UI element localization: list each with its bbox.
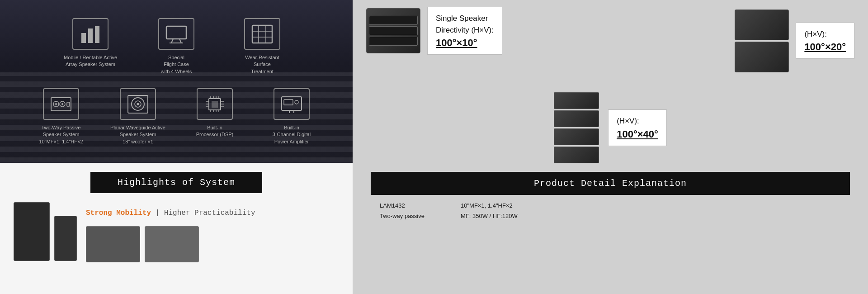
speaker-grille-2 xyxy=(369,26,418,35)
two-way-icon-box xyxy=(43,88,79,120)
two-speaker-card: (H×V): 100°×20° xyxy=(796,23,854,59)
svg-point-14 xyxy=(55,103,57,105)
strong-mobility-label: Strong Mobility xyxy=(86,209,151,217)
builtin-dsp-label: Built-inProcessor (DSP) xyxy=(196,124,234,138)
svg-rect-7 xyxy=(252,25,272,43)
single-speaker-img xyxy=(366,8,420,53)
planar-waveguide-icon-box xyxy=(120,88,156,120)
sp2 xyxy=(554,110,599,127)
two-speaker-value: 100°×20° xyxy=(804,41,846,53)
product-thumb-1 xyxy=(86,226,140,262)
sp3 xyxy=(554,128,599,145)
product-detail-title: Product Detail Explanation xyxy=(534,178,687,189)
chip-icon xyxy=(203,94,226,114)
left-panel: Moblie / Rentable Active Array Speaker S… xyxy=(0,0,353,294)
icon-mobile-array: Moblie / Rentable Active Array Speaker S… xyxy=(61,18,120,75)
wear-resistant-icon-box xyxy=(244,18,280,50)
two-speaker-title: (H×V): xyxy=(804,28,846,40)
highlights-title: Highlights of System xyxy=(118,177,235,188)
icons-row-1: Moblie / Rentable Active Array Speaker S… xyxy=(0,18,353,75)
spec-power: MF: 350W / HF:120W xyxy=(461,213,518,219)
svg-rect-12 xyxy=(51,98,71,111)
highlights-banner: Highlights of System xyxy=(90,172,262,193)
svg-point-21 xyxy=(137,103,139,105)
single-speaker-title: Single SpeakerDirectivity (H×V): xyxy=(436,13,494,36)
speaker-grille xyxy=(369,16,418,25)
svg-point-40 xyxy=(295,100,298,104)
svg-line-5 xyxy=(179,39,181,43)
svg-rect-39 xyxy=(284,100,293,105)
spec-model-block: LAM1432 Two-way passive xyxy=(380,200,425,222)
speaker-bottom xyxy=(735,42,789,72)
four-speaker-value: 100°×40° xyxy=(617,128,658,140)
single-speaker-value: 100°×10° xyxy=(436,37,494,49)
sp4 xyxy=(554,147,599,163)
sp1 xyxy=(554,92,599,109)
spec-drivers: 10"MF×1, 1.4"HF×2 xyxy=(461,202,513,209)
icon-builtin-amp: Built-in3-Channel DigitalPower Amplifier xyxy=(262,88,321,145)
svg-rect-17 xyxy=(67,102,70,106)
single-speaker-group: Single SpeakerDirectivity (H×V): 100°×10… xyxy=(366,7,502,55)
mid-directivity-section: (H×V): 100°×40° xyxy=(353,88,868,167)
icon-two-way: Two-Way PassiveSpeaker System10"MF×1, 1.… xyxy=(32,88,90,145)
flight-case-label: SpecialFlight Casewith 4 Wheels xyxy=(161,54,192,75)
builtin-dsp-icon-box xyxy=(197,88,233,120)
two-speaker-group: (H×V): 100°×20° xyxy=(735,7,854,75)
higher-practicability-label: | Higher Practicability xyxy=(156,209,255,217)
product-thumb-2 xyxy=(145,226,199,262)
speaker-top xyxy=(735,9,789,40)
spec-model: LAM1432 xyxy=(380,202,405,209)
strong-mobility-area: Strong Mobility | Higher Practicability xyxy=(86,202,255,262)
builtin-amp-label: Built-in3-Channel DigitalPower Amplifier xyxy=(273,124,311,145)
four-speaker-title: (H×V): xyxy=(617,115,658,127)
icon-planar-waveguide: Planar Waveguide ActiveSpeaker System18"… xyxy=(108,88,167,145)
svg-rect-1 xyxy=(88,28,93,43)
speaker-images xyxy=(14,202,77,261)
svg-rect-0 xyxy=(81,33,86,43)
speaker-icon xyxy=(50,94,72,114)
single-speaker-card: Single SpeakerDirectivity (H×V): 100°×10… xyxy=(427,7,502,55)
spec-row: LAM1432 Two-way passive 10"MF×1, 1.4"HF×… xyxy=(353,195,868,227)
two-way-label: Two-Way PassiveSpeaker System10"MF×1, 1.… xyxy=(39,124,83,145)
speaker-grille-3 xyxy=(369,37,418,46)
icon-builtin-dsp: Built-inProcessor (DSP) xyxy=(185,88,244,145)
bar-chart-icon xyxy=(79,24,102,44)
svg-rect-37 xyxy=(212,101,218,108)
svg-rect-3 xyxy=(166,26,186,39)
grid-icon xyxy=(251,24,274,44)
speaker-img-2 xyxy=(54,216,77,261)
product-detail-banner: Product Detail Explanation xyxy=(371,172,850,195)
icons-row-2: Two-Way PassiveSpeaker System10"MF×1, 1.… xyxy=(0,88,353,145)
four-speaker-card: (H×V): 100°×40° xyxy=(608,109,667,146)
svg-point-16 xyxy=(61,103,63,105)
top-directivity-section: Single SpeakerDirectivity (H×V): 100°×10… xyxy=(353,0,868,88)
icon-flight-case: SpecialFlight Casewith 4 Wheels xyxy=(147,18,206,75)
bottom-left-section: Highlights of System Strong Mobility | H… xyxy=(0,163,353,294)
spec-power-block: 10"MF×1, 1.4"HF×2 MF: 350W / HF:120W xyxy=(461,200,518,222)
circle-icon xyxy=(127,94,149,114)
svg-line-4 xyxy=(171,39,173,43)
product-thumb-row xyxy=(86,226,255,262)
monitor-icon xyxy=(165,24,188,44)
icon-wear-resistant: Wear-ResistantSurfaceTreatment xyxy=(233,18,292,75)
highlights-content: Strong Mobility | Higher Practicability xyxy=(0,193,353,271)
speaker-img-1 xyxy=(14,202,50,261)
planar-waveguide-label: Planar Waveguide ActiveSpeaker System18"… xyxy=(110,124,165,145)
flight-case-icon-box xyxy=(158,18,194,50)
display-icon xyxy=(280,94,303,114)
svg-rect-2 xyxy=(95,26,99,43)
right-panel: Single SpeakerDirectivity (H×V): 100°×10… xyxy=(353,0,868,294)
wear-resistant-label: Wear-ResistantSurfaceTreatment xyxy=(245,54,279,75)
mobile-array-icon-box xyxy=(72,18,108,50)
two-speaker-img xyxy=(735,7,789,75)
mobile-array-label: Moblie / Rentable Active Array Speaker S… xyxy=(61,54,120,68)
spec-type: Two-way passive xyxy=(380,213,425,219)
builtin-amp-icon-box xyxy=(274,88,310,120)
four-speaker-img xyxy=(554,90,599,165)
svg-rect-38 xyxy=(282,97,302,110)
